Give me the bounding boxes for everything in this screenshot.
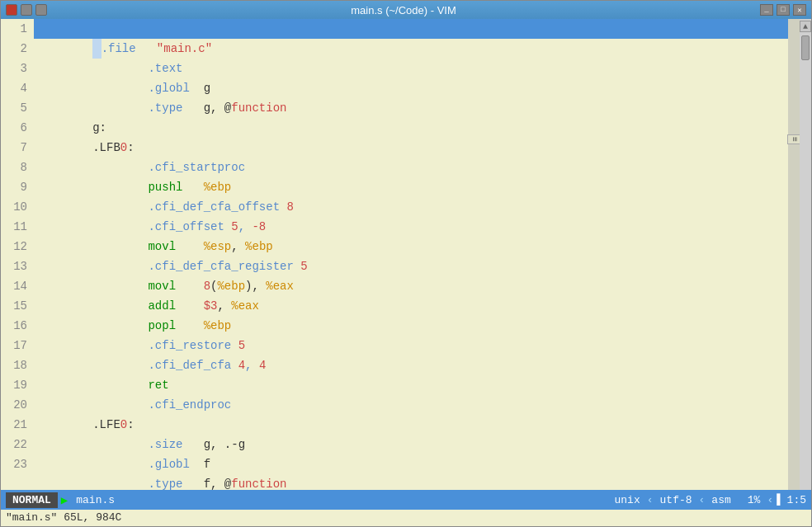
code-line-9[interactable]: .cfi_def_cfa_offset 8 — [34, 177, 788, 197]
line-num-2: 2 — [1, 39, 34, 59]
code-line-2[interactable]: .text — [34, 39, 788, 59]
code-line-8[interactable]: pushl %ebp — [34, 158, 788, 177]
code-line-22[interactable]: .globl f — [34, 435, 788, 454]
cursor-position: 1:5 — [787, 494, 806, 506]
line-num-16: 16 — [1, 316, 34, 336]
code-line-15[interactable]: popl %ebp — [34, 296, 788, 316]
line-num-22: 22 — [1, 435, 34, 454]
window-controls[interactable] — [6, 4, 47, 16]
line-num-9: 9 — [1, 177, 34, 197]
file-percent: 1% ‹ — [748, 494, 773, 506]
size-button[interactable]: □ — [777, 4, 790, 16]
cursor-icon: ▌ — [773, 493, 786, 506]
line-num-1: 1 — [1, 19, 34, 39]
directive-type-f: .type — [92, 478, 182, 490]
line-num-13: 13 — [1, 256, 34, 276]
file-format: unix — [615, 494, 640, 506]
line-num-3: 3 — [1, 59, 34, 78]
line-num-8: 8 — [1, 158, 34, 177]
cmdline-text: "main.s" 65L, 984C — [6, 511, 121, 524]
line-num-12: 12 — [1, 237, 34, 256]
line-num-20: 20 — [1, 395, 34, 415]
sep-3: ‹ — [767, 494, 773, 506]
vim-cmdline: "main.s" 65L, 984C — [1, 510, 811, 526]
code-line-3[interactable]: .globl g — [34, 59, 788, 78]
code-line-23[interactable]: .type f, @function — [34, 454, 788, 474]
sidebar-symbol[interactable]: ≡ — [787, 134, 801, 144]
line-num-21: 21 — [1, 415, 34, 435]
code-line-14[interactable]: addl $3, %eax — [34, 276, 788, 296]
code-line-4[interactable]: .type g, @function — [34, 78, 788, 98]
code-line-7[interactable]: .cfi_startproc — [34, 138, 788, 158]
scroll-up-button[interactable]: ▲ — [800, 21, 811, 32]
code-line-13[interactable]: movl 8(%ebp), %eax — [34, 256, 788, 276]
sep-1: ‹ — [647, 494, 654, 506]
file-encoding: utf-8 — [660, 494, 692, 506]
window-title: main.s (~/Code) - VIM — [47, 4, 760, 16]
line-num-15: 15 — [1, 296, 34, 316]
line-numbers: 1 2 3 4 5 6 7 8 9 10 11 12 13 14 15 16 1… — [1, 19, 34, 490]
statusbar: NORMAL ▶ main.s unix ‹ utf-8 ‹ asm 1% ‹ … — [1, 490, 811, 510]
code-line-10[interactable]: .cfi_offset 5, -8 — [34, 197, 788, 217]
code-line-16[interactable]: .cfi_restore 5 — [34, 316, 788, 336]
line-num-5: 5 — [1, 98, 34, 118]
code-line-17[interactable]: .cfi_def_cfa 4, 4 — [34, 336, 788, 355]
vertical-scrollbar[interactable]: ▲ — [800, 19, 811, 490]
scrollbar-thumb[interactable] — [801, 35, 810, 60]
code-line-5[interactable]: g: — [34, 98, 788, 118]
code-line-12[interactable]: .cfi_def_cfa_register 5 — [34, 237, 788, 256]
maximize-button[interactable] — [35, 4, 47, 16]
minimize-button[interactable] — [21, 4, 32, 16]
status-info: unix ‹ utf-8 ‹ asm — [615, 494, 731, 506]
close-button[interactable] — [6, 4, 17, 16]
restore-button[interactable]: _ — [760, 4, 773, 16]
code-line-6[interactable]: .LFB0: — [34, 118, 788, 138]
file-type: asm — [711, 494, 730, 506]
vim-mode: NORMAL — [6, 492, 58, 508]
titlebar-right-controls[interactable]: _ □ ✕ — [760, 4, 806, 16]
at-function-2: function — [231, 478, 286, 490]
line-num-14: 14 — [1, 276, 34, 296]
sep-2: ‹ — [699, 494, 706, 506]
x-button[interactable]: ✕ — [793, 4, 806, 16]
line-num-4: 4 — [1, 78, 34, 98]
titlebar: main.s (~/Code) - VIM _ □ ✕ — [1, 1, 811, 19]
line-num-19: 19 — [1, 375, 34, 395]
code-line-20[interactable]: .LFE0: — [34, 395, 788, 415]
line-num-17: 17 — [1, 336, 34, 355]
line-num-23: 23 — [1, 454, 34, 474]
line-num-18: 18 — [1, 355, 34, 375]
play-icon[interactable]: ▶ — [58, 493, 71, 507]
code-line-11[interactable]: movl %esp, %ebp — [34, 217, 788, 237]
sidebar-icon-area: ≡ — [788, 19, 800, 490]
vim-window: main.s (~/Code) - VIM _ □ ✕ 1 2 3 4 5 6 … — [0, 0, 812, 527]
line-num-11: 11 — [1, 217, 34, 237]
code-line-1[interactable]: .file "main.c" — [34, 19, 788, 39]
editor-area: 1 2 3 4 5 6 7 8 9 10 11 12 13 14 15 16 1… — [1, 19, 811, 490]
code-line-18[interactable]: ret — [34, 355, 788, 375]
percent-val: 1% — [748, 494, 761, 506]
code-line-21[interactable]: .size g, .-g — [34, 415, 788, 435]
line-num-10: 10 — [1, 197, 34, 217]
line-num-7: 7 — [1, 138, 34, 158]
code-line-19[interactable]: .cfi_endproc — [34, 375, 788, 395]
code-content[interactable]: .file "main.c" .text .globl g .type g, @… — [34, 19, 788, 490]
line-num-6: 6 — [1, 118, 34, 138]
status-filename: main.s — [71, 494, 120, 506]
